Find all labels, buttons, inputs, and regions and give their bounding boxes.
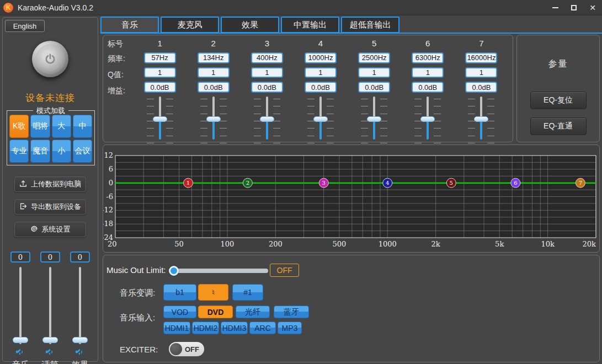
mixer-slider-effect[interactable] xyxy=(72,267,88,344)
slider-handle[interactable] xyxy=(169,266,179,276)
eq-reset-button[interactable]: EQ-复位 xyxy=(530,92,587,109)
eq-frequency-field[interactable]: 57Hz xyxy=(144,52,176,63)
eq-frequency-field[interactable]: 1000Hz xyxy=(305,52,337,63)
mode-button-professional[interactable]: 专业 xyxy=(9,140,29,163)
mode-button-small[interactable]: 小 xyxy=(52,140,71,163)
muted-speaker-icon[interactable] xyxy=(45,347,55,356)
mixer-slider-microphone[interactable] xyxy=(42,267,58,344)
mixer-value-microphone[interactable]: 0 xyxy=(40,251,60,263)
eq-point-7[interactable]: 7 xyxy=(576,178,585,188)
mode-button-magic-voice[interactable]: 魔音 xyxy=(30,140,50,163)
music-out-limit-off-button[interactable]: OFF xyxy=(270,264,299,277)
music-out-limit-slider[interactable] xyxy=(169,265,268,276)
pitch-natural-button[interactable]: ♮ xyxy=(198,284,228,301)
mode-button-ktv[interactable]: K歌 xyxy=(9,115,29,138)
input-optical-button[interactable]: 光纤 xyxy=(236,306,270,318)
eq-point-2[interactable]: 2 xyxy=(243,178,252,188)
eq-gain-field[interactable]: 0.0dB xyxy=(412,82,444,93)
slider-handle[interactable] xyxy=(313,116,328,122)
eq-q-field[interactable]: 1 xyxy=(144,67,176,78)
tab-center-output[interactable]: 中置输出 xyxy=(281,17,339,33)
close-button[interactable]: ✕ xyxy=(583,0,602,15)
eq-gain-field[interactable]: 0.0dB xyxy=(305,82,337,93)
slider-handle[interactable] xyxy=(206,116,221,122)
tab-effects[interactable]: 效果 xyxy=(221,17,279,33)
input-hdmi3-button[interactable]: HDMI3 xyxy=(221,322,248,334)
eq-gain-slider[interactable] xyxy=(197,97,230,140)
eq-gain-slider[interactable] xyxy=(304,97,337,140)
svg-text:3: 3 xyxy=(322,180,326,186)
eq-frequency-field[interactable]: 400Hz xyxy=(251,52,283,63)
power-icon xyxy=(43,52,57,66)
input-hdmi1-button[interactable]: HDMI1 xyxy=(163,322,190,334)
input-vod-button[interactable]: VOD xyxy=(163,306,196,318)
input-hdmi2-button[interactable]: HDMI2 xyxy=(192,322,219,334)
eq-gain-field[interactable]: 0.0dB xyxy=(144,82,176,93)
eq-frequency-field[interactable]: 16000Hz xyxy=(465,52,497,63)
input-arc-button[interactable]: ARC xyxy=(249,322,276,334)
tab-microphone[interactable]: 麦克风 xyxy=(161,17,219,33)
slider-handle[interactable] xyxy=(13,337,28,343)
upload-to-pc-button[interactable]: 上传数据到电脑 xyxy=(14,176,86,192)
pitch-sharp-1-button[interactable]: #1 xyxy=(232,284,263,301)
input-mp3-button[interactable]: MP3 xyxy=(278,322,302,334)
eq-point-6[interactable]: 6 xyxy=(511,178,520,188)
eq-bypass-button[interactable]: EQ-直通 xyxy=(530,117,587,135)
slider-ticks xyxy=(166,99,173,143)
eq-point-3[interactable]: 3 xyxy=(319,178,328,188)
eq-point-5[interactable]: 5 xyxy=(446,178,456,188)
eq-q-field[interactable]: 1 xyxy=(358,67,390,78)
eq-point-1[interactable]: 1 xyxy=(184,178,193,188)
eq-gain-slider[interactable] xyxy=(465,97,498,140)
eq-point-4[interactable]: 4 xyxy=(383,178,392,188)
input-dvd-button[interactable]: DVD xyxy=(198,306,233,318)
mixer-value-music[interactable]: 0 xyxy=(10,251,30,263)
eq-gain-slider[interactable] xyxy=(358,97,391,140)
eq-gain-field[interactable]: 0.0dB xyxy=(198,82,230,93)
eq-gain-slider[interactable] xyxy=(143,97,177,140)
mode-button-meeting[interactable]: 会议 xyxy=(73,140,92,163)
language-button[interactable]: English xyxy=(5,20,45,32)
mixer-slider-music[interactable] xyxy=(12,267,29,344)
slider-handle[interactable] xyxy=(420,116,435,122)
eq-gain-slider[interactable] xyxy=(411,97,444,140)
eq-frequency-field[interactable]: 6300Hz xyxy=(412,52,444,63)
eq-q-field[interactable]: 1 xyxy=(251,67,283,78)
slider-ticks xyxy=(380,99,387,143)
eq-q-field[interactable]: 1 xyxy=(465,67,497,78)
pitch-flat-1-button[interactable]: b1 xyxy=(163,284,196,301)
eq-gain-field[interactable]: 0.0dB xyxy=(358,82,390,93)
maximize-button[interactable] xyxy=(564,0,583,15)
exciter-toggle[interactable]: OFF xyxy=(169,342,204,356)
eq-q-field[interactable]: 1 xyxy=(198,67,230,78)
slider-handle[interactable] xyxy=(42,337,58,343)
power-knob-button[interactable] xyxy=(32,41,68,77)
mixer-value-effect[interactable]: 0 xyxy=(70,251,90,263)
eq-frequency-field[interactable]: 134Hz xyxy=(198,52,230,63)
mode-button-singer[interactable]: 唱将 xyxy=(30,115,50,138)
svg-text:5: 5 xyxy=(450,180,453,186)
y-axis-tick: -18 xyxy=(103,220,113,228)
eq-gain-field[interactable]: 0.0dB xyxy=(465,82,497,93)
eq-q-field[interactable]: 1 xyxy=(305,67,337,78)
slider-handle[interactable] xyxy=(153,116,167,122)
system-settings-button[interactable]: 系统设置 xyxy=(14,222,86,237)
eq-gain-slider[interactable] xyxy=(251,97,284,140)
eq-frequency-field[interactable]: 2500Hz xyxy=(358,52,390,63)
slider-handle[interactable] xyxy=(260,116,274,122)
mode-button-medium[interactable]: 中 xyxy=(73,115,92,138)
muted-speaker-icon[interactable] xyxy=(75,347,85,356)
muted-speaker-icon[interactable] xyxy=(15,347,25,356)
export-to-device-button[interactable]: 导出数据到设备 xyxy=(14,199,86,215)
input-bluetooth-button[interactable]: 蓝牙 xyxy=(274,306,309,318)
minimize-button[interactable] xyxy=(546,0,564,15)
slider-handle[interactable] xyxy=(474,116,488,122)
eq-q-field[interactable]: 1 xyxy=(412,67,444,78)
slider-ticks xyxy=(307,99,315,143)
eq-gain-field[interactable]: 0.0dB xyxy=(251,82,283,93)
mode-button-large[interactable]: 大 xyxy=(52,115,71,138)
slider-handle[interactable] xyxy=(72,337,88,343)
slider-handle[interactable] xyxy=(367,116,381,122)
tab-subwoofer-output[interactable]: 超低音输出 xyxy=(341,17,399,33)
tab-music[interactable]: 音乐 xyxy=(100,17,159,33)
